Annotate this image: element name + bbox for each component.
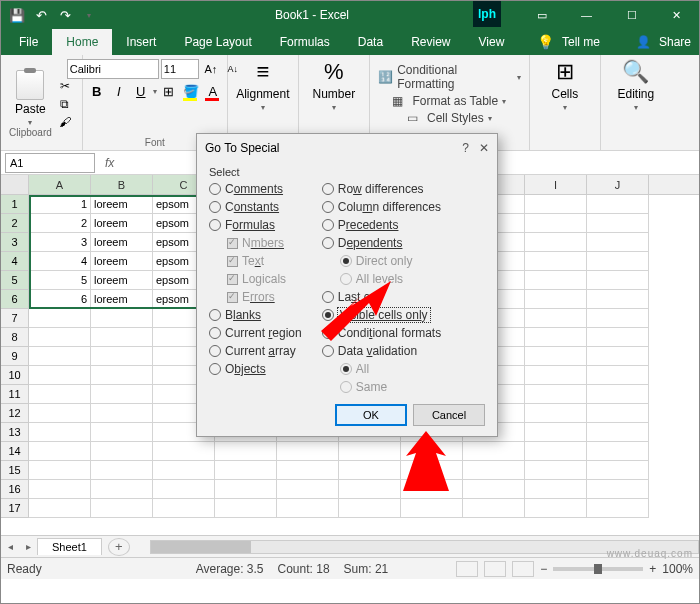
- cell[interactable]: [91, 461, 153, 480]
- cell[interactable]: [401, 461, 463, 480]
- zoom-level[interactable]: 100%: [662, 562, 693, 576]
- radio-precedents[interactable]: Precedents: [322, 218, 441, 232]
- cell[interactable]: [91, 366, 153, 385]
- zoom-out-icon[interactable]: −: [540, 562, 547, 576]
- row-header[interactable]: 13: [1, 423, 29, 442]
- cell[interactable]: [91, 442, 153, 461]
- cell[interactable]: [525, 271, 587, 290]
- undo-icon[interactable]: ↶: [31, 5, 51, 25]
- row-header[interactable]: 6: [1, 290, 29, 309]
- cells-button[interactable]: ⊞ Cells ▾: [538, 59, 592, 112]
- cell[interactable]: [463, 442, 525, 461]
- cell[interactable]: [587, 442, 649, 461]
- cell[interactable]: [587, 233, 649, 252]
- cell[interactable]: [401, 499, 463, 518]
- share-label[interactable]: Share: [659, 35, 691, 49]
- underline-button[interactable]: U: [131, 81, 151, 101]
- tab-review[interactable]: Review: [397, 29, 464, 55]
- row-header[interactable]: 11: [1, 385, 29, 404]
- border-icon[interactable]: ⊞: [159, 81, 179, 101]
- ribbon-options-icon[interactable]: ▭: [519, 1, 564, 29]
- cell[interactable]: 6: [29, 290, 91, 309]
- font-size-combo[interactable]: 11: [161, 59, 199, 79]
- radio-last-cell[interactable]: Last cell: [322, 290, 441, 304]
- cell[interactable]: [29, 461, 91, 480]
- radio-blanks[interactable]: Blanks: [209, 308, 302, 322]
- chevron-down-icon[interactable]: ▾: [153, 87, 157, 96]
- cell[interactable]: [29, 423, 91, 442]
- cell[interactable]: loreem: [91, 195, 153, 214]
- cut-icon[interactable]: ✂: [56, 78, 74, 94]
- cell[interactable]: [339, 499, 401, 518]
- radio-constants[interactable]: Constants: [209, 200, 302, 214]
- cell[interactable]: [91, 309, 153, 328]
- row-header[interactable]: 5: [1, 271, 29, 290]
- cell[interactable]: 1: [29, 195, 91, 214]
- cell[interactable]: [587, 385, 649, 404]
- cell[interactable]: [587, 366, 649, 385]
- cell[interactable]: [29, 385, 91, 404]
- cell[interactable]: loreem: [91, 214, 153, 233]
- cell[interactable]: [29, 404, 91, 423]
- number-button[interactable]: % Number ▾: [307, 59, 361, 112]
- cell[interactable]: [587, 195, 649, 214]
- format-painter-icon[interactable]: 🖌: [56, 114, 74, 130]
- font-color-icon[interactable]: A: [203, 81, 223, 101]
- cell[interactable]: [587, 328, 649, 347]
- cell[interactable]: 4: [29, 252, 91, 271]
- cell[interactable]: [153, 442, 215, 461]
- tab-home[interactable]: Home: [52, 29, 112, 55]
- close-button[interactable]: ✕: [654, 1, 699, 29]
- cell[interactable]: [215, 480, 277, 499]
- maximize-button[interactable]: ☐: [609, 1, 654, 29]
- row-header[interactable]: 10: [1, 366, 29, 385]
- cell[interactable]: [401, 480, 463, 499]
- cell[interactable]: 2: [29, 214, 91, 233]
- cell[interactable]: [525, 385, 587, 404]
- dialog-title-bar[interactable]: Go To Special ? ✕: [197, 134, 497, 162]
- cell[interactable]: [463, 480, 525, 499]
- radio-conditional-formats[interactable]: Conditional formats: [322, 326, 441, 340]
- cell[interactable]: [525, 423, 587, 442]
- tab-file[interactable]: File: [5, 29, 52, 55]
- cell[interactable]: [153, 480, 215, 499]
- cell[interactable]: loreem: [91, 252, 153, 271]
- cell[interactable]: loreem: [91, 271, 153, 290]
- radio-comments[interactable]: Comments: [209, 182, 302, 196]
- radio-current-region[interactable]: Current region: [209, 326, 302, 340]
- col-header[interactable]: I: [525, 175, 587, 194]
- italic-button[interactable]: I: [109, 81, 129, 101]
- cancel-button[interactable]: Cancel: [413, 404, 485, 426]
- col-header[interactable]: A: [29, 175, 91, 194]
- tab-page-layout[interactable]: Page Layout: [170, 29, 265, 55]
- cell[interactable]: [339, 442, 401, 461]
- cell[interactable]: [29, 480, 91, 499]
- cell[interactable]: [463, 461, 525, 480]
- select-all-corner[interactable]: [1, 175, 29, 194]
- cell[interactable]: [587, 290, 649, 309]
- radio-objects[interactable]: Objects: [209, 362, 302, 376]
- cell[interactable]: [277, 499, 339, 518]
- copy-icon[interactable]: ⧉: [56, 96, 74, 112]
- cell[interactable]: [525, 442, 587, 461]
- alignment-button[interactable]: ≡ Alignment ▾: [236, 59, 290, 112]
- help-icon[interactable]: ?: [462, 141, 469, 155]
- cell[interactable]: [525, 499, 587, 518]
- cell[interactable]: [153, 499, 215, 518]
- cell[interactable]: [463, 499, 525, 518]
- radio-data-validation[interactable]: Data validation: [322, 344, 441, 358]
- minimize-button[interactable]: —: [564, 1, 609, 29]
- cell[interactable]: [29, 347, 91, 366]
- sheet-prev-icon[interactable]: ◂: [1, 541, 19, 552]
- cell[interactable]: [587, 252, 649, 271]
- cell[interactable]: [29, 366, 91, 385]
- redo-icon[interactable]: ↷: [55, 5, 75, 25]
- name-box[interactable]: [5, 153, 95, 173]
- cell[interactable]: [587, 271, 649, 290]
- sheet-tab[interactable]: Sheet1: [37, 538, 102, 555]
- cell[interactable]: [91, 499, 153, 518]
- ok-button[interactable]: OK: [335, 404, 407, 426]
- tell-me-label[interactable]: Tell me: [562, 35, 600, 49]
- cell[interactable]: [91, 423, 153, 442]
- radio-visible-cells[interactable]: Visible cells only: [322, 308, 441, 322]
